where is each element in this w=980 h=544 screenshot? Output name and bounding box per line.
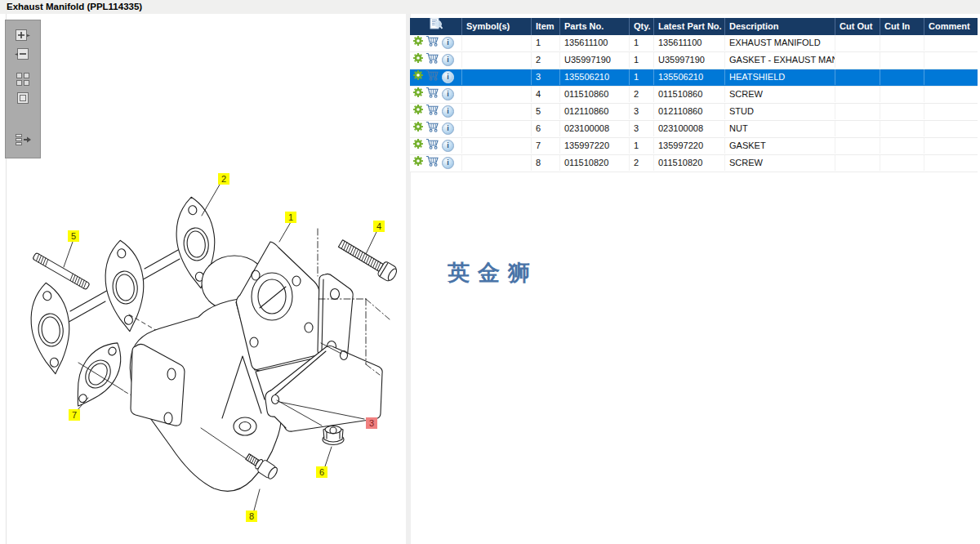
header-cell-latest-part-no[interactable]: Latest Part No.	[653, 18, 724, 35]
cell-comment	[924, 155, 978, 171]
info-icon[interactable]: i	[442, 37, 454, 49]
cell-qty: 1	[629, 52, 653, 68]
part-label-7[interactable]: 7	[69, 409, 80, 421]
title-bar: Exhaust Manifold (PPL114335)	[0, 0, 980, 14]
info-icon[interactable]: i	[442, 54, 454, 66]
cell-cut-out	[835, 87, 880, 102]
gear-icon[interactable]	[413, 138, 423, 154]
toggle-parts-list-button[interactable]	[13, 131, 33, 149]
info-icon[interactable]: i	[442, 123, 454, 135]
part-label-2[interactable]: 2	[218, 173, 229, 185]
cell-item: 6	[531, 121, 559, 136]
cell-comment	[924, 87, 978, 102]
cart-icon[interactable]	[425, 52, 439, 68]
cell-parts-no: U35997190	[559, 52, 629, 68]
cell-cut-in	[880, 69, 924, 85]
cart-icon[interactable]	[425, 35, 439, 51]
cell-cut-in	[880, 121, 924, 136]
cart-icon[interactable]	[425, 104, 439, 119]
cell-description: SCREW	[724, 155, 835, 171]
cart-icon[interactable]	[425, 138, 439, 154]
cell-latest-part-no: 135611100	[653, 35, 724, 51]
info-icon[interactable]: i	[442, 140, 454, 152]
cell-symbols	[461, 138, 531, 154]
table-row[interactable]: i 1 135611100 1 135611100 EXHAUST MANIFO…	[410, 35, 978, 52]
part-label-5[interactable]: 5	[68, 230, 79, 242]
row-actions: i	[410, 104, 461, 119]
info-icon[interactable]: i	[442, 71, 454, 83]
fit-page-icon	[13, 89, 33, 107]
gear-icon[interactable]	[413, 104, 423, 119]
part-label-1[interactable]: 1	[285, 212, 296, 223]
info-icon[interactable]: i	[442, 157, 454, 169]
part-label-3-highlighted[interactable]: 3	[366, 417, 377, 429]
cart-icon[interactable]	[425, 69, 439, 85]
cell-symbols	[461, 52, 531, 68]
cell-symbols	[461, 69, 531, 85]
cell-comment	[924, 104, 978, 119]
document-magnifier-icon	[429, 18, 443, 35]
gear-icon[interactable]	[413, 121, 423, 136]
zoom-in-button[interactable]	[13, 27, 33, 45]
gear-icon[interactable]	[413, 87, 423, 102]
cell-cut-in	[880, 52, 924, 68]
cart-icon[interactable]	[425, 121, 439, 136]
header-cell-actions[interactable]	[410, 18, 461, 35]
cell-symbols	[461, 121, 531, 136]
header-cell-description[interactable]: Description	[724, 18, 835, 35]
header-cell-cut-in[interactable]: Cut In	[880, 18, 924, 35]
parts-catalog-window: Exhaust Manifold (PPL114335)	[0, 0, 980, 544]
table-row[interactable]: i 8 011510820 2 011510820 SCREW	[410, 155, 978, 172]
table-row[interactable]: i 5 012110860 3 012110860 STUD	[410, 104, 978, 121]
header-cell-qty[interactable]: Qty.	[629, 18, 653, 35]
cell-description: GASKET - EXHAUST MANIFOLD	[724, 52, 835, 68]
header-cell-item[interactable]: Item	[531, 18, 559, 35]
cell-latest-part-no: 135506210	[653, 69, 724, 85]
table-row[interactable]: i 2 U35997190 1 U35997190 GASKET - EXHAU…	[410, 52, 978, 69]
table-row[interactable]: i 7 135997220 1 135997220 GASKET	[410, 138, 978, 155]
zoom-selection-button[interactable]	[13, 70, 33, 88]
gear-icon[interactable]	[413, 69, 423, 85]
part-label-8[interactable]: 8	[246, 511, 257, 522]
cell-qty: 1	[629, 35, 653, 51]
cell-description: GASKET	[724, 138, 835, 154]
cell-item: 2	[531, 52, 559, 68]
parts-table-header: Symbol(s) Item Parts No. Qty. Latest Par…	[410, 18, 978, 35]
cart-icon[interactable]	[425, 155, 439, 171]
gear-icon[interactable]	[413, 52, 423, 68]
part-label-6[interactable]: 6	[316, 466, 327, 478]
cell-cut-out	[835, 69, 880, 85]
watermark-text: 英金狮	[448, 258, 538, 288]
header-cell-parts-no[interactable]: Parts No.	[559, 18, 629, 35]
header-cell-symbols[interactable]: Symbol(s)	[461, 18, 531, 35]
table-row[interactable]: i 3 135506210 1 135506210 HEATSHIELD	[410, 69, 978, 87]
page-title: Exhaust Manifold (PPL114335)	[7, 2, 142, 11]
part-label-4[interactable]: 4	[373, 221, 385, 232]
info-icon[interactable]: i	[442, 105, 454, 118]
table-row[interactable]: i 6 023100008 3 023100008 NUT	[410, 121, 978, 138]
header-cell-cut-out[interactable]: Cut Out	[835, 18, 880, 35]
table-row[interactable]: i 4 011510860 2 011510860 SCREW	[410, 87, 978, 104]
cell-latest-part-no: 012110860	[653, 104, 724, 119]
cell-item: 7	[531, 138, 559, 154]
fit-page-button[interactable]	[13, 89, 33, 107]
gear-icon[interactable]	[413, 35, 423, 51]
row-actions: i	[410, 35, 461, 51]
cell-symbols	[461, 35, 531, 51]
header-cell-comment[interactable]: Comment	[924, 18, 978, 35]
cell-item: 3	[531, 69, 559, 85]
gear-icon[interactable]	[413, 155, 423, 171]
info-icon[interactable]: i	[442, 88, 454, 100]
cell-cut-out	[835, 104, 880, 119]
cell-cut-out	[835, 52, 880, 68]
cart-icon[interactable]	[425, 87, 439, 102]
cell-cut-out	[835, 121, 880, 136]
row-actions: i	[410, 138, 461, 154]
row-actions: i	[410, 87, 461, 102]
cell-qty: 3	[629, 104, 653, 119]
cell-cut-in	[880, 87, 924, 102]
cell-cut-in	[880, 35, 924, 51]
zoom-out-button[interactable]	[13, 46, 33, 64]
cell-item: 5	[531, 104, 559, 119]
cell-symbols	[461, 104, 531, 119]
